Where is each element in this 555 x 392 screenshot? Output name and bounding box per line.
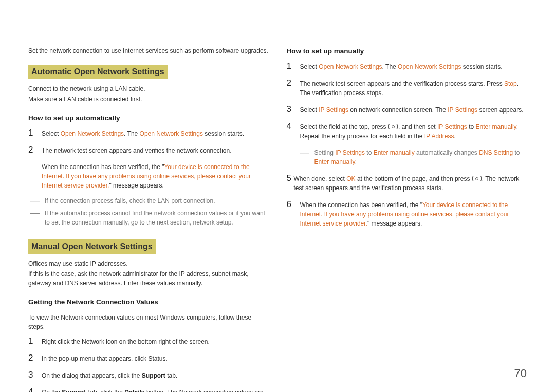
step-body: In the pop-up menu that appears, click S… (42, 353, 269, 363)
note-2: ― If the automatic process cannot find t… (30, 209, 269, 227)
enter-button-icon (472, 176, 482, 181)
conn-step-3: 3 On the dialog that appears, click the … (28, 370, 269, 380)
step-body: When the connection has been verified, t… (300, 200, 527, 228)
manual-step-4: 4 Select the field at the top, press , a… (287, 122, 527, 141)
dash-icon: ― (30, 209, 40, 217)
text: screen appears. (477, 106, 523, 114)
text-highlight: Open Network Settings (319, 63, 382, 70)
step-body: The network test screen appears and the … (300, 79, 527, 98)
text-highlight: Enter manually (476, 123, 516, 130)
text: to (513, 149, 520, 156)
text: On the dialog that appears, click the (42, 372, 142, 379)
text: When done, select (294, 175, 347, 182)
conn-step-2: 2 In the pop-up menu that appears, click… (28, 353, 269, 363)
auto-desc-2: Make sure a LAN cable is connected first… (28, 95, 269, 104)
text-highlight: Open Network Settings (140, 130, 203, 137)
subheading-conn-values: Getting the Network Connection Values (28, 297, 269, 307)
conn-step-4: 4 On the Support Tab, click the Details … (28, 387, 269, 393)
text: session starts. (203, 130, 244, 137)
text-highlight: IP Settings (437, 123, 467, 130)
text-highlight: IP Settings (319, 106, 348, 114)
step-number: 5 (287, 174, 293, 183)
text: session starts. (461, 63, 502, 70)
dash-icon: ― (300, 148, 309, 156)
auto-step-2: 2 The network test screen appears and ve… (28, 145, 269, 155)
manual-desc-2: If this is the case, ask the network adm… (28, 269, 269, 288)
text: The network test screen appears and the … (300, 80, 505, 87)
enter-button-icon (388, 124, 398, 129)
manual-page: Set the network connection to use Intern… (0, 0, 555, 392)
text: " message appears. (367, 220, 422, 227)
intro-text: Set the network connection to use Intern… (28, 46, 269, 55)
text: . (355, 158, 357, 165)
text-highlight: DNS Setting (479, 149, 513, 156)
step-number: 3 (287, 105, 293, 115)
text-bold: Support (142, 372, 165, 379)
subheading-auto-setup: How to set up automatically (28, 113, 269, 123)
text: to (467, 123, 476, 130)
text-highlight: Open Network Settings (61, 130, 124, 137)
step-number: 4 (28, 387, 34, 393)
step-number: 1 (28, 128, 34, 138)
note-1: ― If the connection process fails, check… (30, 196, 269, 206)
step-body: Select the field at the top, press , and… (300, 122, 527, 141)
text-bold: Support (62, 389, 85, 393)
page-number: 70 (514, 365, 527, 382)
text: . The (124, 130, 139, 137)
step-body: Select Open Network Settings. The Open N… (42, 128, 269, 138)
text: . The (382, 63, 398, 70)
text: to (365, 149, 374, 156)
manual-desc-1: Offices may use static IP addresses. (28, 259, 269, 268)
text: at the bottom of the page, and then pres… (356, 175, 472, 182)
step-body: Select IP Settings on network connection… (300, 105, 527, 115)
step-body: On the Support Tab, click the Details bu… (42, 387, 269, 393)
auto-step-1: 1 Select Open Network Settings. The Open… (28, 128, 269, 138)
text: automatically changes (415, 149, 479, 156)
text: Select the field at the top, press (300, 123, 388, 130)
conn-values-intro: To view the Network connection values on… (28, 313, 269, 331)
text: When the connection has been verified, t… (300, 201, 422, 209)
text-highlight: Stop (504, 80, 517, 87)
text: Tab, click the (85, 389, 124, 393)
conn-step-1: 1 Right click the Network icon on the bo… (28, 337, 269, 346)
dash-icon: ― (30, 196, 40, 204)
text-bold: Details (124, 389, 144, 393)
verification-message: When the connection has been verified, t… (42, 162, 269, 190)
text-highlight: IP Address (424, 133, 454, 140)
text: Select (300, 63, 319, 70)
step-number: 6 (287, 200, 293, 210)
text: " message appears. (109, 182, 163, 189)
heading-automatic: Automatic Open Network Settings (28, 65, 168, 79)
text: On the (42, 389, 62, 393)
note-body: If the automatic process cannot find the… (45, 209, 269, 227)
text: on network connection screen. The (348, 106, 448, 114)
text: Select (300, 106, 319, 114)
text: . (454, 133, 455, 140)
note-body: If the connection process fails, check t… (45, 196, 269, 206)
step-body: Right click the Network icon on the bott… (42, 337, 269, 346)
text: Setting (314, 149, 336, 156)
text-highlight: IP Settings (335, 149, 365, 156)
right-column: How to set up manually 1 Select Open Net… (287, 46, 527, 392)
text: Select (42, 130, 61, 137)
step-number: 2 (28, 145, 34, 155)
step-number: 2 (287, 79, 293, 88)
text-highlight: IP Settings (448, 106, 477, 114)
step-number: 3 (28, 370, 34, 380)
subheading-manual-setup: How to set up manually (287, 46, 527, 57)
manual-step-3: 3 Select IP Settings on network connecti… (287, 105, 527, 115)
step-number: 4 (287, 122, 293, 132)
step-number: 2 (28, 353, 34, 363)
heading-manual: Manual Open Network Settings (28, 239, 156, 254)
text: , and then set (398, 123, 437, 130)
text: tab. (165, 372, 177, 379)
manual-step-1: 1 Select Open Network Settings. The Open… (287, 62, 527, 71)
text-highlight: Enter manually (314, 158, 355, 165)
manual-step-5: 5 When done, select OK at the bottom of … (287, 174, 527, 193)
manual-step-2: 2 The network test screen appears and th… (287, 79, 527, 98)
manual-step-6: 6 When the connection has been verified,… (287, 200, 527, 228)
step-number: 1 (28, 337, 34, 346)
step-body: The network test screen appears and veri… (42, 145, 269, 155)
step-body: On the dialog that appears, click the Su… (42, 370, 269, 380)
step-number: 1 (287, 62, 293, 71)
